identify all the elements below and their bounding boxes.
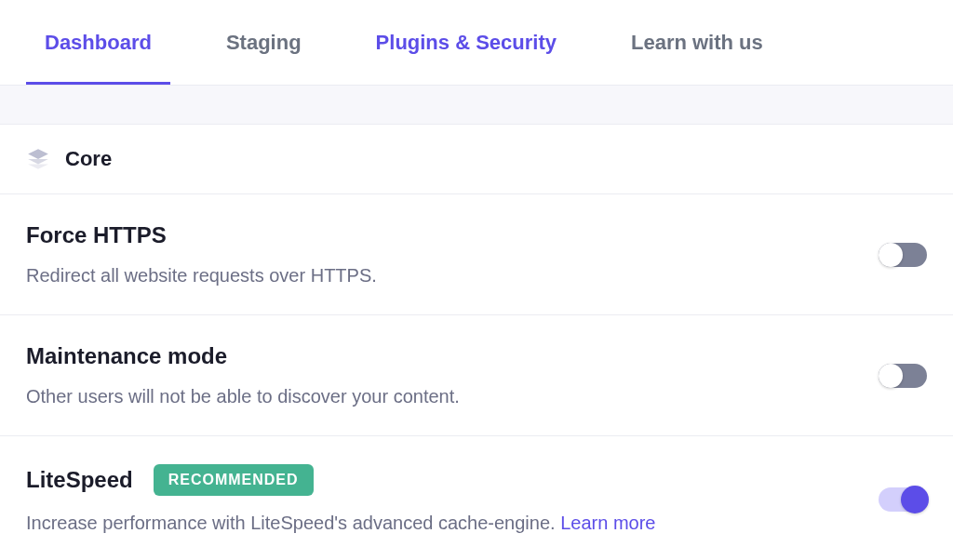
layers-icon [26, 147, 50, 171]
section-title: Core [65, 147, 112, 171]
tab-dashboard[interactable]: Dashboard [26, 0, 170, 85]
tabs-nav: Dashboard Staging Plugins & Security Lea… [0, 0, 953, 86]
setting-https-text: Force HTTPS Redirect all website request… [26, 222, 879, 287]
setting-force-https: Force HTTPS Redirect all website request… [0, 194, 953, 315]
header-spacer [0, 86, 953, 125]
tab-staging[interactable]: Staging [208, 0, 320, 85]
setting-https-desc: Redirect all website requests over HTTPS… [26, 265, 879, 287]
tab-dashboard-label: Dashboard [45, 31, 152, 55]
toggle-litespeed[interactable] [879, 487, 927, 512]
toggle-maintenance[interactable] [879, 364, 927, 388]
setting-maintenance-text: Maintenance mode Other users will not be… [26, 343, 879, 407]
recommended-badge: RECOMMENDED [154, 464, 314, 496]
tab-learn[interactable]: Learn with us [612, 0, 782, 85]
setting-maintenance-title: Maintenance mode [26, 343, 227, 369]
setting-litespeed-title: LiteSpeed [26, 467, 133, 493]
tab-staging-label: Staging [226, 31, 302, 55]
setting-litespeed-desc: Increase performance with LiteSpeed's ad… [26, 513, 879, 534]
tab-plugins-label: Plugins & Security [376, 31, 557, 55]
setting-litespeed-text: LiteSpeed RECOMMENDED Increase performan… [26, 464, 879, 534]
learn-more-link[interactable]: Learn more [560, 513, 655, 533]
setting-litespeed-desc-text: Increase performance with LiteSpeed's ad… [26, 513, 560, 533]
setting-litespeed: LiteSpeed RECOMMENDED Increase performan… [0, 436, 953, 560]
section-header: Core [0, 125, 953, 194]
setting-https-title: Force HTTPS [26, 222, 167, 248]
tab-plugins-security[interactable]: Plugins & Security [357, 0, 575, 85]
setting-maintenance-desc: Other users will not be able to discover… [26, 386, 879, 407]
toggle-force-https[interactable] [879, 243, 927, 267]
tab-learn-label: Learn with us [631, 31, 763, 55]
setting-maintenance: Maintenance mode Other users will not be… [0, 315, 953, 436]
